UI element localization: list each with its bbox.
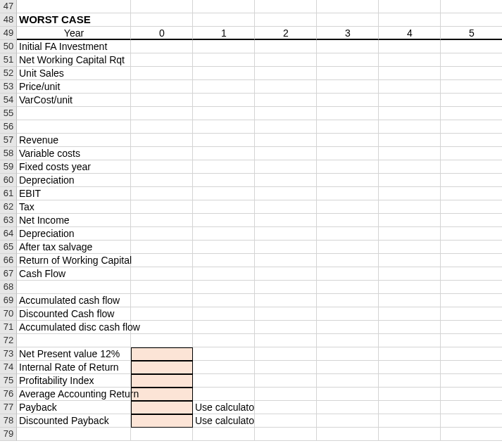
data-cell[interactable] bbox=[379, 107, 441, 120]
data-cell[interactable] bbox=[193, 0, 255, 13]
data-cell[interactable] bbox=[131, 53, 193, 67]
data-cell[interactable] bbox=[193, 294, 255, 307]
data-cell[interactable] bbox=[255, 267, 317, 281]
row-header[interactable]: 52 bbox=[0, 67, 17, 80]
row-label[interactable]: Tax bbox=[17, 200, 131, 214]
data-cell[interactable] bbox=[131, 361, 193, 374]
data-cell[interactable] bbox=[441, 80, 502, 94]
row-header[interactable]: 60 bbox=[0, 174, 17, 187]
data-cell[interactable] bbox=[255, 67, 317, 80]
data-cell[interactable] bbox=[131, 94, 193, 107]
data-cell[interactable] bbox=[131, 13, 193, 27]
data-cell[interactable] bbox=[441, 294, 502, 307]
data-cell[interactable] bbox=[379, 267, 441, 281]
data-cell[interactable] bbox=[379, 147, 441, 160]
data-cell[interactable] bbox=[379, 307, 441, 321]
section-title[interactable]: WORST CASE bbox=[17, 13, 131, 27]
row-label[interactable]: Price/unit bbox=[17, 80, 131, 94]
data-cell[interactable] bbox=[193, 200, 255, 214]
row-label[interactable] bbox=[17, 107, 131, 120]
data-cell[interactable] bbox=[317, 361, 379, 374]
data-cell[interactable] bbox=[255, 147, 317, 160]
row-label[interactable]: Depreciation bbox=[17, 174, 131, 187]
year-label-header[interactable]: Year bbox=[17, 27, 131, 40]
data-cell[interactable] bbox=[379, 294, 441, 307]
data-cell[interactable] bbox=[193, 160, 255, 174]
row-label[interactable]: Initial FA Investment bbox=[17, 40, 131, 53]
data-cell[interactable] bbox=[441, 347, 502, 361]
data-cell[interactable] bbox=[193, 187, 255, 200]
data-cell[interactable] bbox=[441, 67, 502, 80]
data-cell[interactable] bbox=[255, 347, 317, 361]
data-cell[interactable] bbox=[441, 134, 502, 147]
row-header[interactable]: 68 bbox=[0, 281, 17, 294]
row-label[interactable]: Profitability Index bbox=[17, 374, 131, 388]
data-cell[interactable] bbox=[317, 40, 379, 53]
row-header[interactable]: 66 bbox=[0, 254, 17, 267]
data-cell[interactable] bbox=[317, 187, 379, 200]
data-cell[interactable] bbox=[441, 120, 502, 134]
row-label[interactable]: Cash Flow bbox=[17, 267, 131, 281]
data-cell[interactable] bbox=[255, 321, 317, 334]
row-header[interactable]: 72 bbox=[0, 334, 17, 347]
data-cell[interactable] bbox=[255, 80, 317, 94]
row-label[interactable]: Fixed costs year bbox=[17, 160, 131, 174]
data-cell[interactable] bbox=[131, 227, 193, 241]
row-label[interactable] bbox=[17, 428, 131, 441]
row-header[interactable]: 64 bbox=[0, 227, 17, 241]
data-cell[interactable] bbox=[131, 307, 193, 321]
data-cell[interactable] bbox=[193, 254, 255, 267]
data-cell[interactable] bbox=[441, 241, 502, 254]
data-cell[interactable] bbox=[441, 187, 502, 200]
data-cell[interactable] bbox=[255, 0, 317, 13]
year-column-header[interactable]: 0 bbox=[131, 27, 193, 40]
data-cell[interactable] bbox=[131, 414, 193, 428]
data-cell[interactable] bbox=[379, 134, 441, 147]
row-label[interactable]: Net Income bbox=[17, 214, 131, 227]
data-cell[interactable] bbox=[317, 134, 379, 147]
data-cell[interactable] bbox=[317, 307, 379, 321]
data-cell[interactable] bbox=[131, 281, 193, 294]
data-cell[interactable] bbox=[379, 374, 441, 388]
row-header[interactable]: 58 bbox=[0, 147, 17, 160]
row-header[interactable]: 79 bbox=[0, 428, 17, 441]
data-cell[interactable] bbox=[441, 0, 502, 13]
data-cell[interactable] bbox=[441, 414, 502, 428]
row-header[interactable]: 53 bbox=[0, 80, 17, 94]
data-cell[interactable] bbox=[255, 428, 317, 441]
data-cell[interactable] bbox=[441, 401, 502, 414]
data-cell[interactable] bbox=[317, 80, 379, 94]
row-label[interactable]: Accumulated disc cash flow bbox=[17, 321, 131, 334]
data-cell[interactable] bbox=[317, 334, 379, 347]
data-cell[interactable] bbox=[441, 254, 502, 267]
data-cell[interactable] bbox=[193, 174, 255, 187]
row-header[interactable]: 56 bbox=[0, 120, 17, 134]
data-cell[interactable] bbox=[379, 428, 441, 441]
data-cell[interactable] bbox=[255, 374, 317, 388]
data-cell[interactable] bbox=[193, 281, 255, 294]
data-cell[interactable] bbox=[317, 281, 379, 294]
data-cell[interactable] bbox=[379, 334, 441, 347]
row-header[interactable]: 73 bbox=[0, 347, 17, 361]
row-label[interactable] bbox=[17, 281, 131, 294]
row-label[interactable]: Net Present value 12% bbox=[17, 347, 131, 361]
data-cell[interactable] bbox=[441, 13, 502, 27]
row-header[interactable]: 70 bbox=[0, 307, 17, 321]
data-cell[interactable] bbox=[441, 227, 502, 241]
data-cell[interactable] bbox=[193, 94, 255, 107]
row-header[interactable]: 47 bbox=[0, 0, 17, 13]
data-cell[interactable]: Use calculator bbox=[193, 401, 255, 414]
row-header[interactable]: 61 bbox=[0, 187, 17, 200]
data-cell[interactable] bbox=[193, 67, 255, 80]
data-cell[interactable] bbox=[379, 347, 441, 361]
data-cell[interactable] bbox=[193, 134, 255, 147]
data-cell[interactable] bbox=[131, 0, 193, 13]
data-cell[interactable] bbox=[255, 414, 317, 428]
data-cell[interactable]: Use calculator bbox=[193, 414, 255, 428]
data-cell[interactable] bbox=[317, 174, 379, 187]
row-header[interactable]: 59 bbox=[0, 160, 17, 174]
row-header[interactable]: 57 bbox=[0, 134, 17, 147]
data-cell[interactable] bbox=[379, 414, 441, 428]
data-cell[interactable] bbox=[255, 281, 317, 294]
data-cell[interactable] bbox=[255, 53, 317, 67]
